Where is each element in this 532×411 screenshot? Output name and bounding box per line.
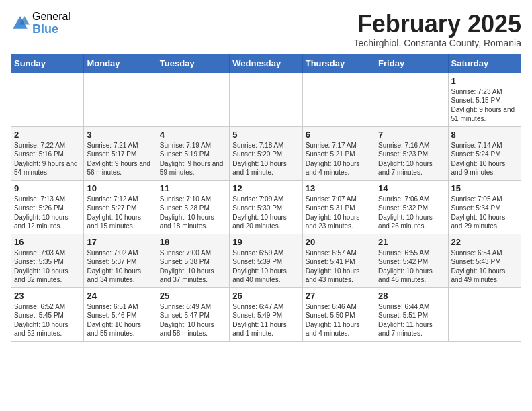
calendar-cell: 7Sunrise: 7:16 AM Sunset: 5:23 PM Daylig… [375, 126, 448, 180]
calendar-week-row: 16Sunrise: 7:03 AM Sunset: 5:35 PM Dayli… [11, 234, 521, 287]
day-number: 5 [232, 130, 299, 140]
calendar-cell: 12Sunrise: 7:09 AM Sunset: 5:30 PM Dayli… [230, 180, 302, 234]
day-number: 14 [378, 183, 445, 193]
day-number: 10 [87, 183, 153, 193]
day-number: 17 [87, 237, 153, 247]
calendar-cell: 23Sunrise: 6:52 AM Sunset: 5:45 PM Dayli… [11, 287, 84, 341]
day-number: 3 [87, 130, 153, 140]
weekday-header: Monday [84, 54, 157, 73]
day-number: 18 [160, 237, 226, 247]
day-number: 16 [14, 237, 81, 247]
weekday-header: Saturday [448, 54, 521, 73]
day-info: Sunrise: 6:54 AM Sunset: 5:43 PM Dayligh… [451, 248, 518, 285]
calendar-cell: 13Sunrise: 7:07 AM Sunset: 5:31 PM Dayli… [302, 180, 375, 234]
day-number: 20 [306, 237, 372, 247]
calendar-body: 1Sunrise: 7:23 AM Sunset: 5:15 PM Daylig… [11, 73, 521, 341]
calendar-cell: 22Sunrise: 6:54 AM Sunset: 5:43 PM Dayli… [448, 234, 521, 287]
day-info: Sunrise: 6:49 AM Sunset: 5:47 PM Dayligh… [160, 302, 226, 338]
day-number: 28 [378, 291, 445, 301]
day-info: Sunrise: 6:44 AM Sunset: 5:51 PM Dayligh… [378, 302, 445, 338]
calendar-cell: 1Sunrise: 7:23 AM Sunset: 5:15 PM Daylig… [448, 73, 521, 126]
logo-general: General [32, 11, 71, 23]
day-number: 26 [232, 291, 299, 301]
day-info: Sunrise: 7:21 AM Sunset: 5:17 PM Dayligh… [87, 141, 153, 177]
calendar-cell: 3Sunrise: 7:21 AM Sunset: 5:17 PM Daylig… [84, 126, 157, 180]
logo-icon [11, 14, 30, 33]
calendar-cell [375, 73, 448, 126]
day-info: Sunrise: 6:55 AM Sunset: 5:42 PM Dayligh… [378, 248, 445, 285]
calendar-cell [302, 73, 375, 126]
weekday-header: Wednesday [230, 54, 302, 73]
day-info: Sunrise: 6:57 AM Sunset: 5:41 PM Dayligh… [306, 248, 372, 285]
day-info: Sunrise: 7:14 AM Sunset: 5:24 PM Dayligh… [451, 141, 518, 177]
day-info: Sunrise: 7:09 AM Sunset: 5:30 PM Dayligh… [232, 195, 299, 231]
day-number: 6 [306, 130, 372, 140]
calendar-header: SundayMondayTuesdayWednesdayThursdayFrid… [11, 54, 521, 73]
logo-blue: Blue [32, 23, 71, 36]
day-info: Sunrise: 6:47 AM Sunset: 5:49 PM Dayligh… [232, 302, 299, 338]
day-number: 19 [232, 237, 299, 247]
day-info: Sunrise: 7:16 AM Sunset: 5:23 PM Dayligh… [378, 141, 445, 177]
day-info: Sunrise: 7:03 AM Sunset: 5:35 PM Dayligh… [14, 248, 81, 285]
calendar-cell: 4Sunrise: 7:19 AM Sunset: 5:19 PM Daylig… [157, 126, 229, 180]
calendar-cell: 11Sunrise: 7:10 AM Sunset: 5:28 PM Dayli… [157, 180, 229, 234]
day-info: Sunrise: 6:51 AM Sunset: 5:46 PM Dayligh… [87, 302, 153, 338]
day-number: 27 [306, 291, 372, 301]
calendar-cell: 20Sunrise: 6:57 AM Sunset: 5:41 PM Dayli… [302, 234, 375, 287]
day-number: 8 [451, 130, 518, 140]
calendar-cell: 9Sunrise: 7:13 AM Sunset: 5:26 PM Daylig… [11, 180, 84, 234]
calendar-cell: 16Sunrise: 7:03 AM Sunset: 5:35 PM Dayli… [11, 234, 84, 287]
weekday-header: Sunday [11, 54, 84, 73]
calendar-cell: 25Sunrise: 6:49 AM Sunset: 5:47 PM Dayli… [157, 287, 229, 341]
calendar-cell [11, 73, 84, 126]
day-info: Sunrise: 7:10 AM Sunset: 5:28 PM Dayligh… [160, 195, 226, 231]
calendar-cell: 5Sunrise: 7:18 AM Sunset: 5:20 PM Daylig… [230, 126, 302, 180]
calendar-cell [84, 73, 157, 126]
calendar-cell: 21Sunrise: 6:55 AM Sunset: 5:42 PM Dayli… [375, 234, 448, 287]
calendar-cell: 8Sunrise: 7:14 AM Sunset: 5:24 PM Daylig… [448, 126, 521, 180]
calendar-cell: 15Sunrise: 7:05 AM Sunset: 5:34 PM Dayli… [448, 180, 521, 234]
calendar-week-row: 9Sunrise: 7:13 AM Sunset: 5:26 PM Daylig… [11, 180, 521, 234]
calendar: SundayMondayTuesdayWednesdayThursdayFrid… [11, 54, 521, 342]
weekday-header: Thursday [302, 54, 375, 73]
day-number: 7 [378, 130, 445, 140]
calendar-cell: 18Sunrise: 7:00 AM Sunset: 5:38 PM Dayli… [157, 234, 229, 287]
day-number: 2 [14, 130, 81, 140]
page-header: General Blue February 2025 Techirghiol, … [11, 11, 521, 48]
logo: General Blue [11, 11, 71, 36]
day-number: 15 [451, 183, 518, 193]
calendar-cell: 26Sunrise: 6:47 AM Sunset: 5:49 PM Dayli… [230, 287, 302, 341]
day-info: Sunrise: 7:19 AM Sunset: 5:19 PM Dayligh… [160, 141, 226, 177]
day-info: Sunrise: 7:18 AM Sunset: 5:20 PM Dayligh… [232, 141, 299, 177]
calendar-cell [230, 73, 302, 126]
calendar-cell [448, 287, 521, 341]
calendar-cell: 17Sunrise: 7:02 AM Sunset: 5:37 PM Dayli… [84, 234, 157, 287]
calendar-cell: 28Sunrise: 6:44 AM Sunset: 5:51 PM Dayli… [375, 287, 448, 341]
day-info: Sunrise: 6:52 AM Sunset: 5:45 PM Dayligh… [14, 302, 81, 338]
day-info: Sunrise: 7:07 AM Sunset: 5:31 PM Dayligh… [306, 195, 372, 231]
calendar-week-row: 1Sunrise: 7:23 AM Sunset: 5:15 PM Daylig… [11, 73, 521, 126]
calendar-week-row: 2Sunrise: 7:22 AM Sunset: 5:16 PM Daylig… [11, 126, 521, 180]
calendar-cell: 24Sunrise: 6:51 AM Sunset: 5:46 PM Dayli… [84, 287, 157, 341]
month-year: February 2025 [353, 11, 521, 38]
day-number: 21 [378, 237, 445, 247]
calendar-cell: 27Sunrise: 6:46 AM Sunset: 5:50 PM Dayli… [302, 287, 375, 341]
calendar-week-row: 23Sunrise: 6:52 AM Sunset: 5:45 PM Dayli… [11, 287, 521, 341]
calendar-cell [157, 73, 229, 126]
day-number: 12 [232, 183, 299, 193]
day-number: 1 [451, 76, 518, 86]
day-number: 22 [451, 237, 518, 247]
calendar-cell: 14Sunrise: 7:06 AM Sunset: 5:32 PM Dayli… [375, 180, 448, 234]
calendar-cell: 10Sunrise: 7:12 AM Sunset: 5:27 PM Dayli… [84, 180, 157, 234]
day-info: Sunrise: 7:22 AM Sunset: 5:16 PM Dayligh… [14, 141, 81, 177]
day-info: Sunrise: 7:17 AM Sunset: 5:21 PM Dayligh… [306, 141, 372, 177]
calendar-cell: 19Sunrise: 6:59 AM Sunset: 5:39 PM Dayli… [230, 234, 302, 287]
weekday-header: Tuesday [157, 54, 229, 73]
day-info: Sunrise: 7:06 AM Sunset: 5:32 PM Dayligh… [378, 195, 445, 231]
day-number: 11 [160, 183, 226, 193]
day-number: 24 [87, 291, 153, 301]
day-info: Sunrise: 6:59 AM Sunset: 5:39 PM Dayligh… [232, 248, 299, 285]
day-number: 4 [160, 130, 226, 140]
day-number: 25 [160, 291, 226, 301]
day-number: 23 [14, 291, 81, 301]
